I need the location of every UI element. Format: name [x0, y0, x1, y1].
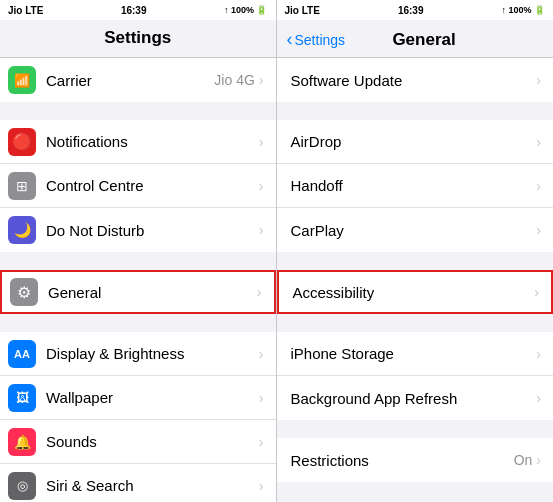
carrier-label: Carrier: [46, 72, 214, 89]
left-settings-list: 📶 Carrier Jio 4G › 🔴 Notifications › ⊞: [0, 58, 276, 502]
restrictions-value: On: [514, 452, 533, 468]
iphone-storage-chevron: ›: [536, 346, 541, 362]
back-chevron-icon: ‹: [287, 29, 293, 50]
do-not-disturb-chevron: ›: [259, 222, 264, 238]
general-section: ⚙ General ›: [0, 270, 276, 314]
row-notifications[interactable]: 🔴 Notifications ›: [0, 120, 276, 164]
row-restrictions[interactable]: Restrictions On ›: [277, 438, 554, 482]
back-label: Settings: [295, 32, 346, 48]
display-brightness-chevron: ›: [259, 346, 264, 362]
left-status-left: Jio LTE: [8, 5, 43, 16]
sounds-chevron: ›: [259, 434, 264, 450]
siri-search-icon: ◎: [8, 472, 36, 500]
accessibility-label: Accessibility: [293, 284, 535, 301]
left-nav-bar: Settings: [0, 20, 276, 58]
software-update-chevron: ›: [536, 72, 541, 88]
back-button[interactable]: ‹ Settings: [287, 29, 346, 50]
right-status-right: ↑ 100% 🔋: [501, 5, 545, 15]
right-signal: ↑ 100% 🔋: [501, 5, 545, 15]
wallpaper-chevron: ›: [259, 390, 264, 406]
accessibility-section: Accessibility ›: [277, 270, 554, 314]
row-carplay[interactable]: CarPlay ›: [277, 208, 554, 252]
right-nav-title: General: [345, 30, 503, 50]
handoff-label: Handoff: [291, 177, 537, 194]
airdrop-label: AirDrop: [291, 133, 537, 150]
software-update-label: Software Update: [291, 72, 537, 89]
left-nav-title: Settings: [104, 28, 171, 47]
background-app-refresh-chevron: ›: [536, 390, 541, 406]
left-signal: ↑ 100% 🔋: [224, 5, 268, 15]
control-centre-label: Control Centre: [46, 177, 259, 194]
storage-section: iPhone Storage › Background App Refresh …: [277, 332, 554, 420]
airdrop-section: AirDrop › Handoff › CarPlay ›: [277, 120, 554, 252]
right-time: 16:39: [398, 5, 424, 16]
right-spacer-3: [277, 314, 554, 332]
carrier-icon: 📶: [8, 66, 36, 94]
row-software-update[interactable]: Software Update ›: [277, 58, 554, 102]
row-handoff[interactable]: Handoff ›: [277, 164, 554, 208]
iphone-storage-label: iPhone Storage: [291, 345, 537, 362]
right-settings-list: Software Update › AirDrop › Handoff › Ca…: [277, 58, 554, 502]
left-status-right: ↑ 100% 🔋: [224, 5, 268, 15]
row-wallpaper[interactable]: 🖼 Wallpaper ›: [0, 376, 276, 420]
spacer-3: [0, 314, 276, 332]
notifications-label: Notifications: [46, 133, 259, 150]
left-status-bar: Jio LTE 16:39 ↑ 100% 🔋: [0, 0, 276, 20]
right-carrier: Jio LTE: [285, 5, 320, 16]
do-not-disturb-label: Do Not Disturb: [46, 222, 259, 239]
restrictions-label: Restrictions: [291, 452, 514, 469]
row-carrier[interactable]: 📶 Carrier Jio 4G ›: [0, 58, 276, 102]
left-panel: Jio LTE 16:39 ↑ 100% 🔋 Settings 📶 Carrie…: [0, 0, 277, 502]
display-brightness-icon: AA: [8, 340, 36, 368]
siri-search-label: Siri & Search: [46, 477, 259, 494]
background-app-refresh-label: Background App Refresh: [291, 390, 537, 407]
software-update-section: Software Update ›: [277, 58, 554, 102]
carplay-chevron: ›: [536, 222, 541, 238]
right-spacer-1: [277, 102, 554, 120]
row-display-brightness[interactable]: AA Display & Brightness ›: [0, 332, 276, 376]
right-status-left: Jio LTE: [285, 5, 320, 16]
notifications-icon: 🔴: [8, 128, 36, 156]
row-control-centre[interactable]: ⊞ Control Centre ›: [0, 164, 276, 208]
carplay-label: CarPlay: [291, 222, 537, 239]
carrier-value: Jio 4G: [214, 72, 254, 88]
row-accessibility[interactable]: Accessibility ›: [277, 270, 554, 314]
right-status-bar: Jio LTE 16:39 ↑ 100% 🔋: [277, 0, 554, 20]
left-time: 16:39: [121, 5, 147, 16]
do-not-disturb-icon: 🌙: [8, 216, 36, 244]
carrier-section: 📶 Carrier Jio 4G ›: [0, 58, 276, 102]
row-background-app-refresh[interactable]: Background App Refresh ›: [277, 376, 554, 420]
right-nav-bar: ‹ Settings General: [277, 20, 554, 58]
display-section: AA Display & Brightness › 🖼 Wallpaper › …: [0, 332, 276, 502]
airdrop-chevron: ›: [536, 134, 541, 150]
restrictions-section: Restrictions On ›: [277, 438, 554, 482]
general-label: General: [48, 284, 257, 301]
accessibility-chevron: ›: [534, 284, 539, 300]
row-airdrop[interactable]: AirDrop ›: [277, 120, 554, 164]
right-spacer-4: [277, 420, 554, 438]
spacer-2: [0, 252, 276, 270]
spacer-1: [0, 102, 276, 120]
right-spacer-2: [277, 252, 554, 270]
row-siri-search[interactable]: ◎ Siri & Search ›: [0, 464, 276, 502]
row-do-not-disturb[interactable]: 🌙 Do Not Disturb ›: [0, 208, 276, 252]
sounds-label: Sounds: [46, 433, 259, 450]
wallpaper-label: Wallpaper: [46, 389, 259, 406]
left-carrier: Jio LTE: [8, 5, 43, 16]
notifications-chevron: ›: [259, 134, 264, 150]
restrictions-chevron: ›: [536, 452, 541, 468]
row-sounds[interactable]: 🔔 Sounds ›: [0, 420, 276, 464]
display-brightness-label: Display & Brightness: [46, 345, 259, 362]
general-icon: ⚙: [10, 278, 38, 306]
notifications-section: 🔴 Notifications › ⊞ Control Centre › 🌙 D…: [0, 120, 276, 252]
right-panel: Jio LTE 16:39 ↑ 100% 🔋 ‹ Settings Genera…: [277, 0, 554, 502]
handoff-chevron: ›: [536, 178, 541, 194]
siri-search-chevron: ›: [259, 478, 264, 494]
row-general[interactable]: ⚙ General ›: [0, 270, 276, 314]
control-centre-icon: ⊞: [8, 172, 36, 200]
wallpaper-icon: 🖼: [8, 384, 36, 412]
control-centre-chevron: ›: [259, 178, 264, 194]
sounds-icon: 🔔: [8, 428, 36, 456]
row-iphone-storage[interactable]: iPhone Storage ›: [277, 332, 554, 376]
carrier-chevron: ›: [259, 72, 264, 88]
